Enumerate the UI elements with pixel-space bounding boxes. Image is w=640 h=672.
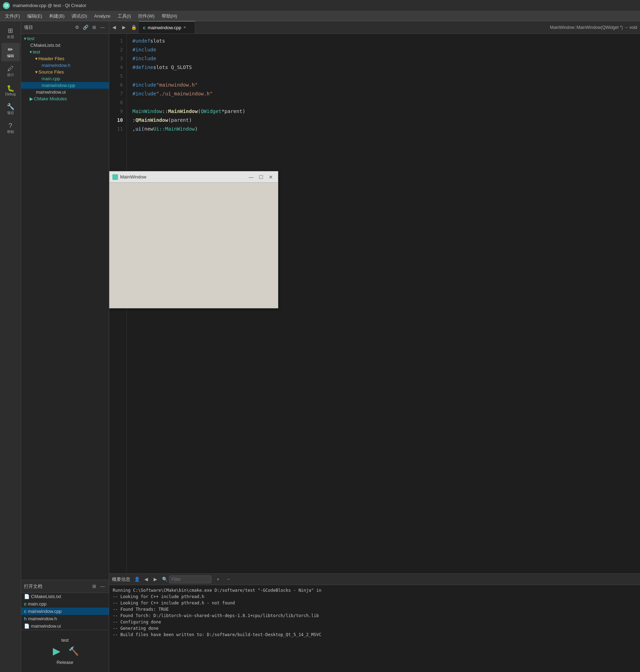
tab-mainwindow-cpp[interactable]: c mainwindow.cpp × — [139, 21, 195, 33]
sidebar-item-help[interactable]: ?帮助 — [1, 119, 20, 137]
token: "mainwindow.h" — [156, 81, 198, 89]
sidebar-item-edit[interactable]: ✏编辑 — [1, 43, 20, 61]
floating-close-btn[interactable]: ✕ — [267, 173, 275, 181]
open-docs-icons: ⊞ — — [91, 583, 106, 590]
line-num-4: 4 — [109, 63, 126, 72]
bottom-panel-header: 概要信息 👤 ◀ ▶ 🔍 + − — [109, 574, 640, 585]
run-button[interactable]: ▶ — [50, 644, 64, 658]
tree-item-2[interactable]: ▾test — [21, 49, 109, 55]
menu-bar: 文件(F)编辑(E)构建(B)调试(D)Analyze工具(I)控件(W)帮助(… — [0, 11, 640, 21]
tree-item-0[interactable]: ▾test — [21, 35, 109, 42]
bp-plus-btn[interactable]: + — [214, 576, 222, 583]
floating-window[interactable]: MainWindow — ☐ ✕ — [109, 171, 278, 308]
token: #define — [132, 63, 153, 71]
tab-nav-back[interactable]: ◀ — [109, 21, 119, 33]
open-doc-list: 📄CMakeLists.txtcmain.cppcmainwindow.cpph… — [21, 593, 109, 630]
token: *parent) — [222, 107, 245, 115]
bp-nav-fwd[interactable]: ▶ — [151, 576, 159, 583]
bp-nav-back[interactable]: ◀ — [142, 576, 150, 583]
tree-label-3: Header Files — [38, 56, 64, 61]
floating-window-controls: — ☐ ✕ — [247, 173, 275, 181]
token: MainWindow — [132, 107, 162, 115]
floating-minimize-btn[interactable]: — — [247, 173, 255, 181]
window-title: mainwindow.cpp @ test - Qt Creator — [13, 3, 86, 8]
build-controls: test ▶ 🔨 Release — [21, 630, 109, 672]
line-num-8: 8 — [109, 98, 126, 107]
token: QWidget — [201, 107, 222, 115]
open-docs-expand-btn[interactable]: ⊞ — [91, 583, 98, 590]
minimize-icon-btn[interactable]: — — [99, 24, 106, 31]
code-line-10: : QMainWindow(parent) — [132, 116, 634, 125]
tree-arrow-0: ▾ — [24, 36, 26, 41]
sidebar-item-debug[interactable]: 🐛Debug — [1, 81, 20, 99]
sidebar-item-design[interactable]: 🖊设计 — [1, 62, 20, 80]
sidebar-icon-debug: 🐛 — [7, 84, 14, 92]
build-config-name: Release — [57, 660, 74, 665]
code-editor[interactable]: 1234567891011 #undef slots#include #incl… — [109, 34, 640, 573]
right-content: ◀ ▶ 🔒 c mainwindow.cpp × MainWindow::Mai… — [109, 21, 640, 672]
sidebar-item-project[interactable]: 🔧项目 — [1, 100, 20, 118]
menu-item-d[interactable]: 调试(D) — [68, 12, 91, 21]
tree-item-5[interactable]: ▾Source Files — [21, 69, 109, 75]
menu-item-b[interactable]: 构建(B) — [46, 12, 68, 21]
tree-label-0: test — [27, 36, 35, 41]
token: :: — [162, 107, 168, 115]
bp-minus-btn[interactable]: − — [225, 576, 232, 583]
bp-person-icon[interactable]: 👤 — [133, 576, 141, 583]
tree-item-9[interactable]: ▶CMake Modules — [21, 95, 109, 102]
open-doc-item-2[interactable]: cmainwindow.cpp — [21, 608, 109, 615]
token: #include — [132, 81, 156, 89]
floating-window-titlebar[interactable]: MainWindow — ☐ ✕ — [110, 171, 278, 183]
filter-input[interactable] — [169, 576, 211, 583]
filter-icon-btn[interactable]: ⚙ — [74, 24, 81, 31]
token: #include — [132, 55, 156, 62]
floating-maximize-btn[interactable]: ☐ — [257, 173, 265, 181]
sidebar-label-edit: 编辑 — [7, 54, 14, 58]
token: , — [132, 125, 135, 133]
open-doc-icon-4: 📄 — [24, 623, 30, 629]
floating-window-name: MainWindow — [120, 174, 146, 180]
token: slots — [150, 37, 165, 45]
tab-lock-btn[interactable]: 🔒 — [129, 21, 139, 33]
open-doc-item-0[interactable]: 📄CMakeLists.txt — [21, 593, 109, 600]
tree-item-7[interactable]: mainwindow.cpp — [21, 82, 109, 89]
sidebar-icon-design: 🖊 — [7, 65, 14, 73]
tree-label-4: mainwindow.h — [42, 63, 70, 68]
tree-item-4[interactable]: mainwindow.h — [21, 62, 109, 69]
expand-icon-btn[interactable]: ⊞ — [91, 24, 98, 31]
menu-item-e[interactable]: 编辑(E) — [24, 12, 46, 21]
filter-search-icon: 🔍 — [162, 577, 168, 582]
open-doc-item-4[interactable]: 📄mainwindow.ui — [21, 622, 109, 630]
tree-item-8[interactable]: mainwindow.ui — [21, 89, 109, 95]
open-docs-minimize-btn[interactable]: — — [99, 583, 106, 590]
tree-item-6[interactable]: main.cpp — [21, 75, 109, 82]
tree-item-1[interactable]: CMakeLists.txt — [21, 42, 109, 49]
bottom-panel: 概要信息 👤 ◀ ▶ 🔍 + − Running C:\Software\CMa… — [109, 573, 640, 672]
menu-item-w[interactable]: 控件(W) — [135, 12, 158, 21]
build-button[interactable]: 🔨 — [67, 644, 81, 658]
sidebar-icon-welcome: ⊞ — [8, 27, 13, 34]
menu-item-f[interactable]: 文件(F) — [1, 12, 24, 21]
filter-area: 🔍 — [162, 576, 211, 583]
token: : — [132, 116, 135, 124]
code-line-5 — [132, 72, 634, 81]
code-line-9: MainWindow::MainWindow(QWidget *parent) — [132, 107, 634, 116]
open-doc-icon-2: c — [24, 609, 26, 614]
line-num-1: 1 — [109, 37, 126, 45]
menu-item-analyze[interactable]: Analyze — [91, 12, 114, 20]
tab-nav-fwd[interactable]: ▶ — [119, 21, 129, 33]
token: Ui::MainWindow — [153, 125, 195, 133]
output-line-7: -- Build files have been written to: D:/… — [113, 632, 636, 638]
sidebar-label-design: 设计 — [7, 73, 14, 77]
menu-item-h[interactable]: 帮助(H) — [158, 12, 181, 21]
token: #include — [132, 46, 156, 54]
tab-close-btn[interactable]: × — [184, 25, 186, 30]
tree-item-3[interactable]: ▾Header Files — [21, 55, 109, 62]
menu-item-i[interactable]: 工具(I) — [114, 12, 135, 21]
sidebar-item-welcome[interactable]: ⊞欢迎 — [1, 24, 20, 42]
open-doc-item-3[interactable]: hmainwindow.h — [21, 615, 109, 622]
code-line-4: #define slots Q_SLOTS — [132, 63, 634, 72]
link-icon-btn[interactable]: 🔗 — [82, 24, 89, 31]
open-doc-item-1[interactable]: cmain.cpp — [21, 600, 109, 608]
token: #undef — [132, 37, 150, 45]
